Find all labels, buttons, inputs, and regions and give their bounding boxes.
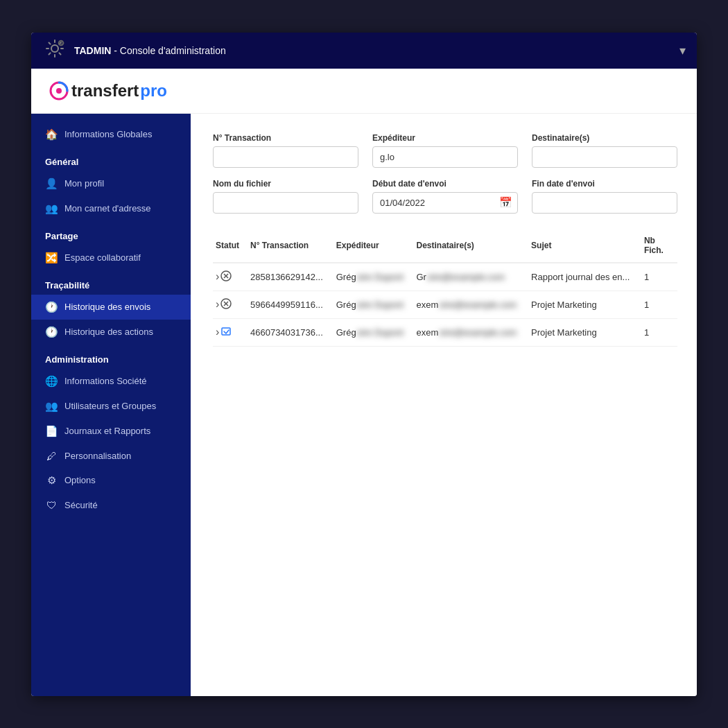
- nom-fichier-group: Nom du fichier: [213, 179, 358, 214]
- logo: transfertpro: [48, 80, 680, 102]
- table-row: ›4660734031736...Grégoire Dupontexemoire…: [213, 318, 677, 346]
- nom-fichier-input[interactable]: [213, 192, 358, 214]
- sujet-cell: Rapport journal des en...: [528, 263, 641, 291]
- col-sujet: Sujet: [528, 230, 641, 263]
- table-header: Statut N° Transaction Expéditeur Destina…: [213, 230, 677, 263]
- main-content: N° Transaction Expéditeur Destinataire(s…: [191, 114, 697, 696]
- nb-fich-cell: 1: [641, 318, 677, 346]
- no-transaction-cell: 4660734031736...: [248, 318, 333, 346]
- share-icon: 🔀: [45, 252, 58, 264]
- logo-transfert: transfert: [71, 81, 139, 101]
- svg-point-3: [56, 88, 62, 94]
- sidebar-item-options[interactable]: ⚙ Options: [31, 468, 191, 493]
- brush-icon: 🖊: [45, 450, 58, 462]
- debut-date-group: Début date d'envoi 📅: [372, 179, 518, 214]
- svg-point-0: [51, 45, 58, 52]
- debut-date-input[interactable]: [372, 192, 518, 214]
- results-table: Statut N° Transaction Expéditeur Destina…: [213, 230, 677, 347]
- globe-icon: 🌐: [45, 375, 58, 388]
- sidebar-item-historique-actions[interactable]: 🕐 Historique des actions: [31, 320, 191, 345]
- options-icon: ⚙: [45, 474, 58, 487]
- sidebar-section-general: Général: [31, 147, 191, 171]
- sidebar-item-utilisateurs-groupes[interactable]: 👥 Utilisateurs et Groupes: [31, 394, 191, 419]
- nb-fich-cell: 1: [641, 263, 677, 291]
- app-window: TADMIN - Console d'administration ▾ tran…: [31, 33, 697, 696]
- contacts-icon: 👥: [45, 202, 58, 215]
- history-actions-icon: 🕐: [45, 326, 58, 338]
- status-icon[interactable]: ›: [216, 298, 232, 311]
- destinataires-input[interactable]: [532, 146, 677, 168]
- top-bar-title: TADMIN - Console d'administration: [74, 45, 679, 56]
- status-icon[interactable]: ›: [216, 326, 232, 339]
- col-statut: Statut: [213, 230, 248, 263]
- table-row: ›5966449959116...Grégoire Dupontexemoire…: [213, 291, 677, 318]
- fin-date-input[interactable]: [532, 192, 677, 214]
- sidebar-item-historique-envois[interactable]: 🕐 Historique des envois: [31, 295, 191, 320]
- nb-fich-cell: 1: [641, 291, 677, 318]
- no-transaction-cell: 5966449959116...: [248, 291, 333, 318]
- history-icon: 🕐: [45, 301, 58, 313]
- filter-form: N° Transaction Expéditeur Destinataire(s…: [213, 133, 677, 214]
- status-cell: ›: [213, 318, 248, 346]
- destinataire-cell: Groire@example.com: [413, 263, 528, 291]
- destinataire-cell: exemoire@example.com: [413, 318, 528, 346]
- sidebar-section-partage: Partage: [31, 221, 191, 245]
- destinataires-label: Destinataire(s): [532, 133, 677, 143]
- sidebar-section-administration: Administration: [31, 345, 191, 369]
- debut-date-wrapper: 📅: [372, 192, 518, 214]
- expediteur-label: Expéditeur: [372, 133, 518, 143]
- sidebar-item-mon-profil[interactable]: 👤 Mon profil: [31, 171, 191, 196]
- sujet-cell: Projet Marketing: [528, 318, 641, 346]
- status-cell: ›: [213, 263, 248, 291]
- no-transaction-input[interactable]: [213, 146, 358, 168]
- sujet-cell: Projet Marketing: [528, 291, 641, 318]
- home-icon: 🏠: [45, 128, 58, 141]
- fin-date-group: Fin date d'envoi: [532, 179, 677, 214]
- chevron-down-icon[interactable]: ▾: [679, 43, 686, 58]
- sidebar-item-informations-globales[interactable]: 🏠 Informations Globales: [31, 122, 191, 147]
- sidebar-item-securite[interactable]: 🛡 Sécurité: [31, 493, 191, 517]
- expediteur-input[interactable]: [372, 146, 518, 168]
- sidebar: 🏠 Informations Globales Général 👤 Mon pr…: [31, 114, 191, 696]
- logo-pro: pro: [140, 81, 167, 101]
- no-transaction-cell: 2858136629142...: [248, 263, 333, 291]
- calendar-icon[interactable]: 📅: [499, 196, 512, 209]
- no-transaction-label: N° Transaction: [213, 133, 358, 143]
- col-destinataires: Destinataire(s): [413, 230, 528, 263]
- status-icon[interactable]: ›: [216, 270, 232, 284]
- col-nb-fich: Nb Fich.: [641, 230, 677, 263]
- col-expediteur: Expéditeur: [333, 230, 414, 263]
- sidebar-item-journaux-rapports[interactable]: 📄 Journaux et Rapports: [31, 419, 191, 444]
- debut-date-label: Début date d'envoi: [372, 179, 518, 189]
- main-layout: 🏠 Informations Globales Général 👤 Mon pr…: [31, 114, 697, 696]
- sidebar-item-espace-collaboratif[interactable]: 🔀 Espace collaboratif: [31, 245, 191, 270]
- user-icon: 👤: [45, 177, 58, 190]
- sidebar-section-tracabilite: Traçabilité: [31, 270, 191, 295]
- no-transaction-group: N° Transaction: [213, 133, 358, 168]
- fin-date-label: Fin date d'envoi: [532, 179, 677, 189]
- status-cell: ›: [213, 291, 248, 318]
- destinataire-cell: exemoire@example.com: [413, 291, 528, 318]
- sidebar-item-informations-societe[interactable]: 🌐 Informations Société: [31, 369, 191, 394]
- expediteur-cell: Grégoire Dupont: [333, 291, 414, 318]
- document-icon: 📄: [45, 425, 58, 437]
- col-no-transaction: N° Transaction: [248, 230, 333, 263]
- sidebar-item-personnalisation[interactable]: 🖊 Personnalisation: [31, 444, 191, 468]
- nom-fichier-label: Nom du fichier: [213, 179, 358, 189]
- logo-icon: [48, 80, 70, 102]
- sidebar-item-carnet-adresse[interactable]: 👥 Mon carnet d'adresse: [31, 196, 191, 221]
- top-bar: TADMIN - Console d'administration ▾: [31, 33, 697, 69]
- gear-icon: [42, 36, 67, 65]
- users-icon: 👥: [45, 400, 58, 413]
- table-body: ›2858136629142...Grégoire DupontGroire@e…: [213, 263, 677, 347]
- destinataires-group: Destinataire(s): [532, 133, 677, 168]
- expediteur-group: Expéditeur: [372, 133, 518, 168]
- shield-icon: 🛡: [45, 499, 58, 511]
- table-row: ›2858136629142...Grégoire DupontGroire@e…: [213, 263, 677, 291]
- logo-bar: transfertpro: [31, 69, 697, 114]
- expediteur-cell: Grégoire Dupont: [333, 263, 414, 291]
- expediteur-cell: Grégoire Dupont: [333, 318, 414, 346]
